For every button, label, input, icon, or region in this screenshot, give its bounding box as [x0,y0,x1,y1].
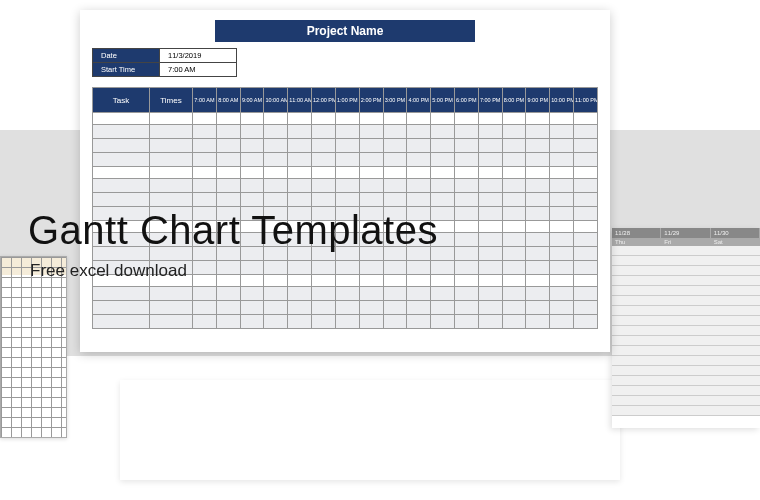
col-times: Times [150,88,193,113]
table-row [93,139,598,153]
table-row [93,193,598,207]
col-hour: 5:00 PM [431,88,455,113]
col-hour: 9:00 PM [526,88,550,113]
background-tile-schedule: 11/28 11/29 11/30 Thu Fri Sat [612,228,760,428]
col-hour: 10:00 AM [264,88,288,113]
table-row [93,167,598,179]
col-hour: 2:00 PM [359,88,383,113]
sched-day-cell: Fri [661,238,710,246]
page-subtitle: Free excel download [30,261,438,281]
table-row [93,113,598,125]
sched-date-cell: 11/30 [711,228,760,238]
col-hour: 3:00 PM [383,88,407,113]
table-row [93,153,598,167]
col-hour: 11:00 PM [574,88,598,113]
col-hour: 7:00 AM [193,88,217,113]
col-hour: 10:00 PM [550,88,574,113]
meta-start-label: Start Time [93,63,160,77]
col-hour: 8:00 AM [216,88,240,113]
col-hour: 9:00 AM [240,88,264,113]
col-hour: 1:00 PM [335,88,359,113]
sched-date-cell: 11/28 [612,228,661,238]
col-hour: 12:00 PM [312,88,336,113]
meta-start-value: 7:00 AM [160,63,237,77]
project-title: Project Name [215,20,475,42]
table-row [93,125,598,139]
page-title: Gantt Chart Templates [28,208,438,253]
col-hour: 6:00 PM [454,88,478,113]
col-hour: 4:00 PM [407,88,431,113]
col-task: Task [93,88,150,113]
col-hour: 7:00 PM [478,88,502,113]
project-meta-table: Date 11/3/2019 Start Time 7:00 AM [92,48,237,77]
col-hour: 11:00 AM [288,88,312,113]
gantt-template-sheet: Project Name Date 11/3/2019 Start Time 7… [80,10,610,352]
sched-day-cell: Sat [711,238,760,246]
meta-date-label: Date [93,49,160,63]
meta-date-value: 11/3/2019 [160,49,237,63]
sched-day-cell: Thu [612,238,661,246]
background-tile-bottom [120,380,620,480]
table-row [93,179,598,193]
table-row [93,301,598,315]
table-row [93,287,598,301]
col-hour: 8:00 PM [502,88,526,113]
table-row [93,315,598,329]
sched-date-cell: 11/29 [661,228,710,238]
hero-overlay: Gantt Chart Templates Free excel downloa… [28,208,438,281]
background-tile-grid [0,256,67,438]
